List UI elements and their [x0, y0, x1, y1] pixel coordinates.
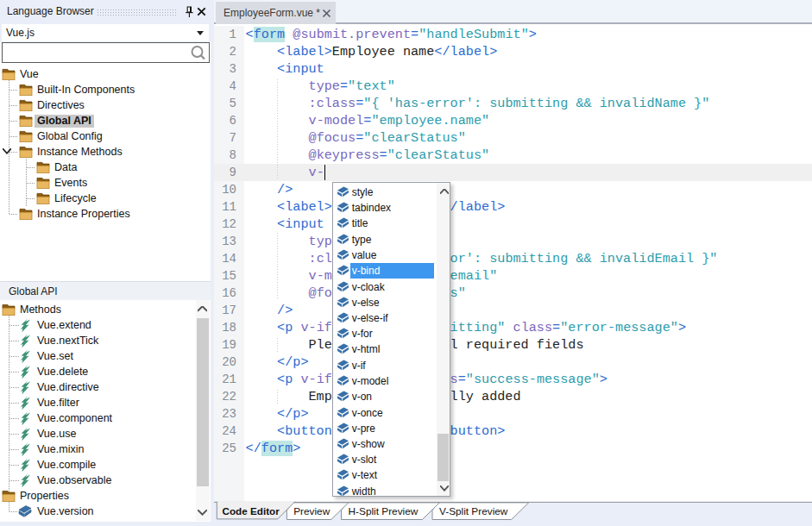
svg-text:V-Split Preview: V-Split Preview [439, 505, 508, 517]
svg-text:H-Split Preview: H-Split Preview [349, 505, 419, 517]
svg-text:Code Editor: Code Editor [223, 505, 280, 517]
svg-text:Preview: Preview [293, 505, 330, 517]
